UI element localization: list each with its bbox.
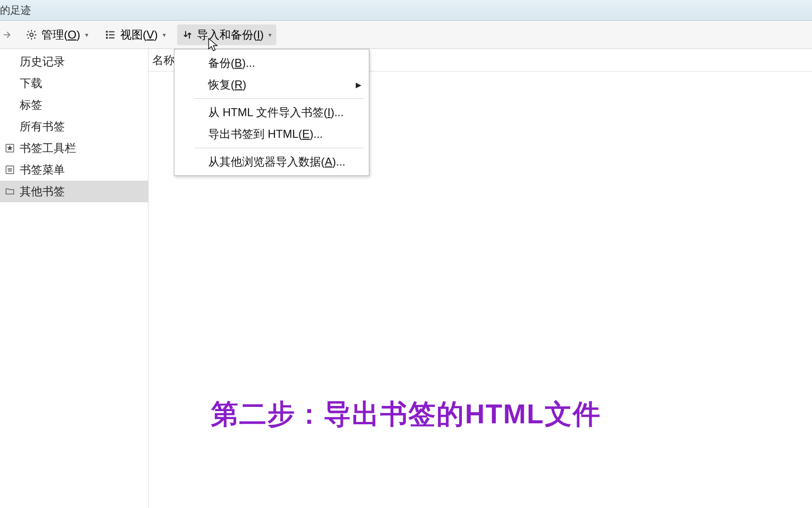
sidebar-item-label: 其他书签 [20, 184, 65, 199]
svg-point-4 [106, 31, 107, 32]
folder-icon [4, 186, 16, 197]
title-bar: 的足迹 [0, 0, 812, 21]
menu-item-label: 从其他浏览器导入数据(A)... [208, 154, 345, 169]
chevron-down-icon: ▾ [268, 31, 272, 39]
sidebar-item-label: 历史记录 [20, 54, 65, 69]
column-name-label: 名称 [148, 53, 175, 68]
sidebar-item-other-bookmarks[interactable]: 其他书签 [0, 181, 148, 202]
menu-item-import-html[interactable]: 从 HTML 文件导入书签(I)... [174, 102, 369, 123]
sidebar: 历史记录 下载 标签 所有书签 书签工具栏 [0, 49, 148, 508]
menu-separator [194, 98, 364, 99]
main-area: 历史记录 下载 标签 所有书签 书签工具栏 [0, 49, 812, 508]
import-export-icon [182, 29, 193, 40]
submenu-arrow-icon: ▸ [356, 78, 361, 91]
menu-item-backup[interactable]: 备份(B)... [174, 52, 369, 74]
chevron-down-icon: ▾ [163, 31, 166, 39]
import-backup-button[interactable]: 导入和备份(I) ▾ [177, 24, 277, 45]
chevron-down-icon: ▾ [85, 31, 88, 39]
sidebar-item-label: 标签 [20, 97, 42, 112]
svg-point-6 [106, 37, 107, 38]
import-backup-menu: 备份(B)... 恢复(R) ▸ 从 HTML 文件导入书签(I)... 导出书… [174, 49, 369, 176]
menu-item-export-html[interactable]: 导出书签到 HTML(E)... [174, 123, 369, 145]
forward-arrow-icon[interactable] [0, 29, 14, 40]
sidebar-item-all-bookmarks[interactable]: 所有书签 [0, 116, 148, 137]
tutorial-caption: 第二步：导出书签的HTML文件 [0, 396, 812, 433]
menu-item-label: 从 HTML 文件导入书签(I)... [208, 105, 344, 120]
toolbar: 管理(O) ▾ 视图(V) ▾ 导入和备份(I) ▾ [0, 21, 812, 49]
menu-box-icon [4, 165, 16, 175]
sidebar-item-label: 书签菜单 [20, 162, 65, 177]
menu-item-label: 恢复(R) [208, 77, 246, 92]
manage-label: 管理(O) [41, 27, 80, 42]
svg-point-0 [30, 33, 33, 36]
gear-icon [25, 29, 38, 41]
import-backup-label: 导入和备份(I) [197, 27, 264, 42]
menu-item-label: 备份(B)... [208, 56, 255, 71]
sidebar-item-bookmarks-menu[interactable]: 书签菜单 [0, 159, 148, 181]
svg-point-5 [106, 34, 107, 35]
star-box-icon [4, 143, 16, 153]
sidebar-item-label: 所有书签 [20, 119, 65, 134]
menu-item-label: 导出书签到 HTML(E)... [208, 127, 323, 142]
menu-item-restore[interactable]: 恢复(R) ▸ [174, 74, 369, 95]
view-label: 视图(V) [120, 27, 158, 42]
sidebar-item-label: 下载 [20, 76, 42, 91]
list-icon [104, 29, 117, 41]
sidebar-item-bookmarks-toolbar[interactable]: 书签工具栏 [0, 137, 148, 159]
menu-separator [194, 148, 364, 148]
manage-button[interactable]: 管理(O) ▾ [21, 24, 93, 45]
window-title: 的足迹 [0, 3, 31, 17]
sidebar-item-history[interactable]: 历史记录 [0, 51, 148, 72]
sidebar-item-downloads[interactable]: 下载 [0, 72, 148, 94]
view-button[interactable]: 视图(V) ▾ [100, 24, 171, 45]
menu-item-import-other[interactable]: 从其他浏览器导入数据(A)... [174, 151, 369, 173]
sidebar-item-tags[interactable]: 标签 [0, 94, 148, 116]
sidebar-item-label: 书签工具栏 [20, 141, 76, 156]
